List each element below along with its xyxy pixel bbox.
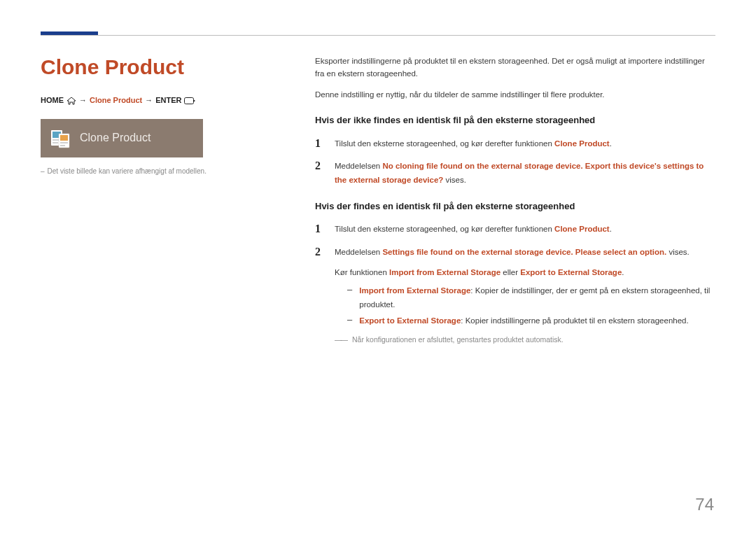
clone-product-tile: Clone Product — [41, 119, 203, 157]
footnote-dash-icon: ―― — [335, 334, 346, 346]
s1-step2-c: vises. — [443, 176, 466, 184]
svg-rect-0 — [185, 97, 194, 104]
header-rule — [41, 35, 715, 36]
section1-step2: 2 Meddelelsen No cloning file found on t… — [315, 159, 715, 187]
s1-step2-b: No cloning file found on the external st… — [335, 162, 704, 184]
breadcrumb-arrow-2: → — [145, 96, 153, 104]
section2-step1: 1 Tilslut den eksterne storageenhed, og … — [315, 222, 715, 237]
step-body: Meddelelsen No cloning file found on the… — [335, 159, 715, 187]
enter-icon — [184, 96, 195, 105]
s2-sub-b: Import from External Storage — [389, 268, 500, 276]
intro-1: Eksporter indstillingerne på produktet t… — [315, 55, 715, 80]
s2-step1-b: Clone Product — [554, 225, 610, 233]
right-column: Eksporter indstillingerne på produktet t… — [315, 55, 715, 354]
s1-step1-a: Tilslut den eksterne storageenhed, og kø… — [335, 139, 554, 148]
rule-accent — [41, 31, 98, 35]
bullet-dash-icon: – — [347, 284, 352, 311]
s2-step1-a: Tilslut den eksterne storageenhed, og kø… — [335, 225, 554, 233]
bullet-2: – Export to External Storage: Kopier ind… — [347, 314, 715, 328]
s2-step2-a: Meddelelsen — [335, 248, 382, 256]
s2-sub-a: Kør funktionen — [335, 268, 389, 276]
left-note-text: Det viste billede kan variere afhængigt … — [48, 167, 206, 175]
step-body: Tilslut den eksterne storageenhed, og kø… — [335, 136, 715, 151]
b2-b: : Kopier indstillingerne på produktet ti… — [461, 316, 688, 325]
breadcrumb-home: HOME — [41, 96, 64, 104]
bullet-2-body: Export to External Storage: Kopier indst… — [359, 314, 688, 328]
page-number: 74 — [695, 495, 714, 514]
page-title: Clone Product — [41, 55, 279, 79]
s2-sub-c: eller — [500, 268, 520, 276]
step-body: Tilslut den eksterne storageenhed, og kø… — [335, 222, 715, 237]
section2-step2: 2 Meddelelsen Settings file found on the… — [315, 245, 715, 346]
bullet-1-body: Import from External Storage: Kopier de … — [359, 284, 715, 311]
s2-sub: Kør funktionen Import from External Stor… — [335, 266, 715, 280]
b1-a: Import from External Storage — [359, 286, 470, 295]
svg-rect-6 — [60, 135, 68, 141]
svg-rect-8 — [60, 145, 65, 146]
s1-step1-b: Clone Product — [554, 139, 610, 148]
breadcrumb-enter: ENTER — [155, 96, 181, 104]
clone-product-icon — [48, 125, 73, 150]
note-dash-icon: – — [41, 167, 45, 175]
section1-step1: 1 Tilslut den eksterne storageenhed, og … — [315, 136, 715, 151]
svg-rect-7 — [60, 142, 68, 143]
s1-step1-c: . — [610, 139, 612, 148]
step-number: 2 — [315, 159, 323, 187]
section1-heading: Hvis der ikke findes en identisk fil på … — [315, 113, 715, 127]
s1-step2-a: Meddelelsen — [335, 162, 382, 170]
tile-label: Clone Product — [80, 132, 150, 144]
footnote: ―― Når konfigurationen er afsluttet, gen… — [335, 334, 715, 346]
intro-2: Denne indstilling er nyttig, når du tild… — [315, 89, 715, 101]
step-number: 2 — [315, 245, 323, 346]
s2-step1-c: . — [610, 225, 612, 233]
svg-rect-4 — [52, 142, 58, 143]
breadcrumb: HOME → Clone Product → ENTER — [41, 96, 279, 105]
section2-heading: Hvis der findes en identisk fil på den e… — [315, 199, 715, 213]
s2-step2-b: Settings file found on the external stor… — [382, 248, 666, 256]
left-note: – Det viste billede kan variere afhængig… — [41, 167, 279, 175]
breadcrumb-arrow-1: → — [79, 96, 87, 104]
bullet-dash-icon: – — [347, 314, 352, 328]
home-icon — [66, 96, 76, 105]
breadcrumb-mid: Clone Product — [90, 96, 142, 104]
step-body: Meddelelsen Settings file found on the e… — [335, 245, 715, 346]
s2-sub-d: Export to External Storage — [520, 268, 622, 276]
left-column: Clone Product HOME → Clone Product → ENT… — [41, 55, 279, 354]
bullet-1: – Import from External Storage: Kopier d… — [347, 284, 715, 311]
footnote-text: Når konfigurationen er afsluttet, gensta… — [352, 334, 564, 346]
rule-line — [41, 35, 715, 36]
s2-sub-e: . — [622, 268, 624, 276]
step-number: 1 — [315, 222, 323, 237]
b2-a: Export to External Storage — [359, 316, 461, 325]
step-number: 1 — [315, 136, 323, 151]
s2-step2-c: vises. — [666, 248, 690, 256]
